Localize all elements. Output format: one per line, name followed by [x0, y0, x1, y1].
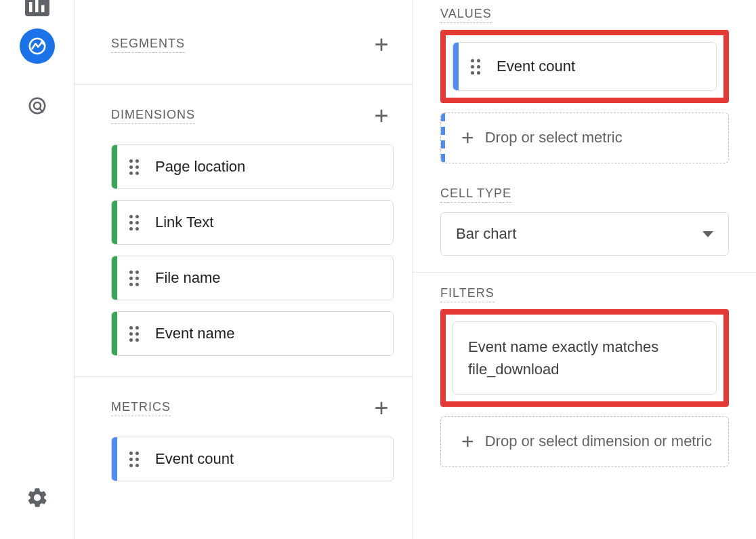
filter-text: Event name exactly matches file_download [468, 338, 658, 378]
plus-icon: + [461, 429, 474, 454]
value-chip-event-count[interactable]: Event count [453, 42, 717, 91]
variables-panel: SEGMENTS + DIMENSIONS + Page location Li… [75, 0, 413, 539]
segments-section: SEGMENTS + [75, 0, 413, 85]
cell-type-value: Bar chart [456, 225, 516, 243]
explore-icon[interactable] [20, 28, 55, 64]
svg-rect-1 [35, 0, 39, 12]
divider [413, 272, 756, 273]
svg-rect-0 [29, 2, 33, 12]
cell-type-label: CELL TYPE [440, 186, 511, 203]
values-highlight-box: Event count [440, 30, 729, 103]
dimensions-label: DIMENSIONS [111, 108, 195, 124]
chip-label: Page location [155, 158, 245, 176]
dimension-chip-file-name[interactable]: File name [111, 256, 394, 300]
drag-handle-icon[interactable] [471, 59, 484, 75]
drag-handle-icon[interactable] [129, 452, 143, 467]
dimension-chip-link-text[interactable]: Link Text [111, 200, 394, 245]
drop-label: Drop or select metric [485, 127, 623, 148]
chevron-down-icon [702, 231, 713, 237]
add-dimension-button[interactable]: + [369, 104, 394, 128]
filters-highlight-box: Event name exactly matches file_download [440, 309, 729, 407]
metrics-section: METRICS + Event count [75, 377, 413, 502]
metric-chip-event-count[interactable]: Event count [111, 437, 394, 481]
chip-label: Event count [155, 450, 234, 468]
add-metric-button[interactable]: + [369, 396, 394, 420]
drag-handle-icon[interactable] [129, 271, 143, 286]
reports-icon[interactable] [25, 0, 49, 16]
filters-drop-zone[interactable]: + Drop or select dimension or metric [440, 416, 729, 467]
chip-label: File name [155, 269, 221, 287]
chip-label: Event name [155, 325, 234, 342]
dimension-chip-event-name[interactable]: Event name [111, 311, 394, 356]
dimensions-section: DIMENSIONS + Page location Link Text Fil… [75, 85, 413, 377]
tab-settings-panel: VALUES Event count + Drop or select metr… [413, 0, 756, 539]
drag-handle-icon[interactable] [129, 215, 143, 231]
filters-label: FILTERS [440, 286, 495, 302]
values-label: VALUES [440, 7, 492, 23]
drop-label: Drop or select dimension or metric [485, 431, 712, 452]
svg-rect-2 [41, 5, 45, 13]
cell-type-select[interactable]: Bar chart [440, 212, 729, 256]
settings-icon[interactable] [26, 486, 49, 512]
filter-card[interactable]: Event name exactly matches file_download [453, 321, 717, 395]
segments-label: SEGMENTS [111, 37, 185, 53]
plus-icon: + [461, 125, 474, 151]
icon-rail [0, 0, 75, 539]
drag-handle-icon[interactable] [129, 159, 143, 175]
drag-handle-icon[interactable] [129, 326, 143, 342]
values-drop-zone[interactable]: + Drop or select metric [440, 113, 729, 163]
advertising-icon[interactable] [20, 88, 55, 123]
add-segment-button[interactable]: + [369, 33, 394, 57]
dimension-chip-page-location[interactable]: Page location [111, 144, 394, 189]
chip-label: Link Text [155, 214, 213, 231]
metrics-label: METRICS [111, 400, 171, 416]
chip-label: Event count [497, 58, 575, 75]
